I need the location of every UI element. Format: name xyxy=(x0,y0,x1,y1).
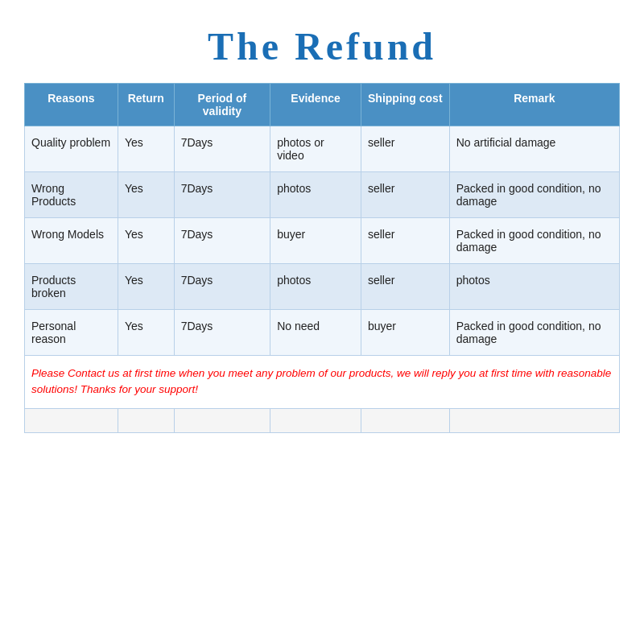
table-header-row: Reasons Return Period of validity Eviden… xyxy=(25,84,620,126)
cell-period: 7Days xyxy=(174,310,270,356)
header-evidence: Evidence xyxy=(270,84,361,126)
cell-return: Yes xyxy=(118,264,174,310)
refund-table: Reasons Return Period of validity Eviden… xyxy=(24,83,620,433)
cell-reason: Personal reason xyxy=(25,310,118,356)
cell-remark: Packed in good condition, no damage xyxy=(449,172,619,218)
table-row: Wrong ProductsYes7DaysphotossellerPacked… xyxy=(25,172,620,218)
cell-period: 7Days xyxy=(174,126,270,172)
cell-shipping: seller xyxy=(361,172,449,218)
cell-remark: photos xyxy=(449,264,619,310)
table-row: Products brokenYes7Daysphotossellerphoto… xyxy=(25,264,620,310)
notice-cell: Please Contact us at first time when you… xyxy=(25,356,620,409)
cell-evidence: photos xyxy=(270,264,361,310)
cell-shipping: seller xyxy=(361,126,449,172)
cell-shipping: seller xyxy=(361,218,449,264)
cell-return: Yes xyxy=(118,218,174,264)
header-shipping: Shipping cost xyxy=(361,84,449,126)
table-row: Quality problemYes7Daysphotos or videose… xyxy=(25,126,620,172)
cell-shipping: buyer xyxy=(361,310,449,356)
cell-reason: Wrong Models xyxy=(25,218,118,264)
header-return: Return xyxy=(118,84,174,126)
cell-evidence: No need xyxy=(270,310,361,356)
cell-return: Yes xyxy=(118,172,174,218)
cell-period: 7Days xyxy=(174,172,270,218)
notice-row: Please Contact us at first time when you… xyxy=(25,356,620,409)
table-row: Wrong ModelsYes7DaysbuyersellerPacked in… xyxy=(25,218,620,264)
cell-remark: Packed in good condition, no damage xyxy=(449,218,619,264)
cell-evidence: photos or video xyxy=(270,126,361,172)
header-remark: Remark xyxy=(449,84,619,126)
cell-remark: No artificial damage xyxy=(449,126,619,172)
cell-reason: Wrong Products xyxy=(25,172,118,218)
empty-row xyxy=(25,408,620,432)
cell-period: 7Days xyxy=(174,218,270,264)
table-row: Personal reasonYes7DaysNo needbuyerPacke… xyxy=(25,310,620,356)
page-title: The Refund xyxy=(24,16,620,68)
cell-evidence: buyer xyxy=(270,218,361,264)
cell-period: 7Days xyxy=(174,264,270,310)
cell-shipping: seller xyxy=(361,264,449,310)
cell-return: Yes xyxy=(118,126,174,172)
cell-remark: Packed in good condition, no damage xyxy=(449,310,619,356)
header-period: Period of validity xyxy=(174,84,270,126)
header-reasons: Reasons xyxy=(25,84,118,126)
notice-text: Please Contact us at first time when you… xyxy=(31,367,611,395)
cell-return: Yes xyxy=(118,310,174,356)
page: The Refund Reasons Return Period of vali… xyxy=(0,0,644,644)
cell-reason: Quality problem xyxy=(25,126,118,172)
cell-reason: Products broken xyxy=(25,264,118,310)
cell-evidence: photos xyxy=(270,172,361,218)
